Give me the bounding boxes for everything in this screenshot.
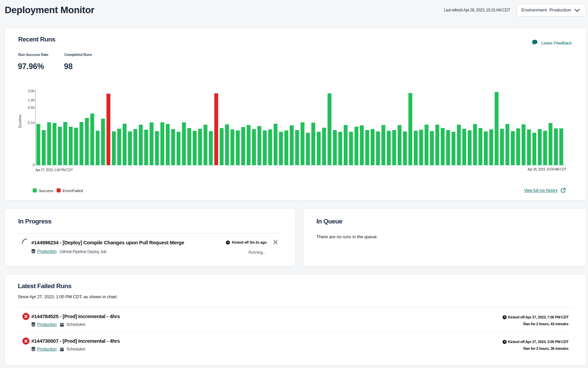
svg-text:Success: Success (39, 189, 54, 193)
svg-text:0.5h: 0.5h (28, 105, 35, 110)
svg-text:1.0h: 1.0h (28, 98, 35, 102)
svg-text:3.0h: 3.0h (28, 89, 35, 93)
svg-text:Apr 27, 2023, 1:00 PM CDT: Apr 27, 2023, 1:00 PM CDT (35, 168, 73, 172)
svg-text:0.1h: 0.1h (28, 121, 35, 125)
svg-text:Apr 28, 2023, 10:00 AM CDT: Apr 28, 2023, 10:00 AM CDT (528, 167, 567, 171)
svg-text:0: 0 (33, 163, 35, 167)
svg-text:Duration: Duration (18, 115, 22, 128)
svg-text:Error/Failed: Error/Failed (63, 189, 83, 193)
